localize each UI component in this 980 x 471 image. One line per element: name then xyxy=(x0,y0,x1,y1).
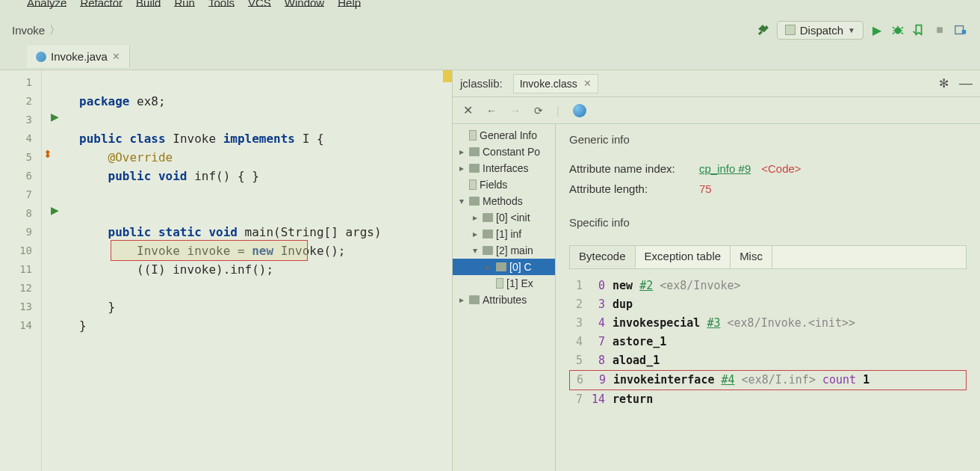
tree-row[interactable]: [1] Ex xyxy=(453,275,555,292)
run-config-icon xyxy=(785,25,796,35)
run-coverage-icon[interactable] xyxy=(911,22,926,37)
tree-row[interactable]: [2] main xyxy=(453,242,555,259)
tree-label: [1] Ex xyxy=(506,277,533,289)
folder-icon xyxy=(483,230,493,238)
tree-label: [1] inf xyxy=(496,228,521,240)
code-editor[interactable]: 1 2 3 4 5 6 7 8 9 10 11 12 13 14 ▶ ⬍ ▶ p… xyxy=(0,70,453,471)
tree-row[interactable]: Methods xyxy=(453,193,555,209)
folder-icon xyxy=(469,197,480,206)
constant-link[interactable]: #4 xyxy=(722,373,735,387)
menu-window[interactable]: Window xyxy=(285,0,324,7)
constant-link[interactable]: #2 xyxy=(639,279,653,292)
tree-row[interactable]: [1] inf xyxy=(453,226,555,242)
tree-row[interactable]: Attributes xyxy=(453,292,555,308)
tree-row[interactable]: Interfaces xyxy=(453,160,555,176)
tab-exception-table[interactable]: Exception table xyxy=(636,246,731,268)
constant-link[interactable]: #3 xyxy=(707,316,720,330)
section-title: Generic info xyxy=(569,133,967,146)
caret-icon[interactable] xyxy=(471,229,480,239)
layout-settings-icon[interactable] xyxy=(953,22,968,37)
section-title: Specific info xyxy=(569,216,967,229)
build-icon[interactable] xyxy=(756,22,771,37)
breadcrumb[interactable]: Invoke 〉 xyxy=(12,23,61,37)
editor-tabstrip: Invoke.java ✕ xyxy=(0,43,980,70)
attr-length-label: Attribute length: xyxy=(569,182,689,195)
tree-label: Fields xyxy=(480,179,507,191)
svg-rect-2 xyxy=(962,30,966,34)
menu-vcs[interactable]: VCS xyxy=(248,0,271,7)
minimize-icon[interactable]: — xyxy=(959,76,973,91)
editor-tab-label: Invoke.java xyxy=(51,50,108,63)
tree-label: General Info xyxy=(480,129,537,141)
tree-label: Interfaces xyxy=(483,162,528,174)
close-icon[interactable]: ✕ xyxy=(112,51,120,62)
editor-tab-invoke[interactable]: Invoke.java ✕ xyxy=(27,46,130,67)
menu-help[interactable]: Help xyxy=(338,0,361,7)
caret-icon[interactable] xyxy=(457,147,466,157)
folder-icon xyxy=(483,213,493,222)
menu-analyze[interactable]: Analyze xyxy=(27,0,66,7)
panel-title: jclasslib: xyxy=(460,77,503,90)
bytecode-row: 714return xyxy=(569,390,967,409)
file-icon xyxy=(469,130,477,141)
tree-row[interactable]: [0] C xyxy=(453,259,555,275)
bytecode-list: 10new #2 <ex8/Invoke>23dup34invokespecia… xyxy=(569,277,967,409)
tree-row[interactable]: Fields xyxy=(453,176,555,193)
close-icon[interactable]: ✕ xyxy=(583,78,592,89)
tree-label: [0] <init xyxy=(496,212,530,224)
bytecode-row: 58aload_1 xyxy=(569,351,967,370)
tree-label: Methods xyxy=(483,195,523,207)
tree-label: Attributes xyxy=(483,294,527,306)
chevron-right-icon: 〉 xyxy=(49,23,61,37)
folder-icon xyxy=(496,262,506,271)
folder-icon xyxy=(469,295,480,304)
gear-icon[interactable]: ✻ xyxy=(939,76,949,90)
panel-toolbar: ✕ ← → ⟳ | xyxy=(453,97,980,124)
tree-row[interactable]: [0] <init xyxy=(453,209,555,226)
attr-length-value: 75 xyxy=(699,182,712,195)
stop-icon[interactable]: ■ xyxy=(932,22,947,37)
run-config-selector[interactable]: Dispatch ▼ xyxy=(777,21,863,40)
attr-name-tag: <Code> xyxy=(761,162,801,175)
run-icon[interactable]: ▶ xyxy=(869,22,884,37)
back-icon[interactable]: ← xyxy=(486,105,497,117)
run-config-label: Dispatch xyxy=(800,24,843,37)
caret-icon[interactable] xyxy=(471,245,480,256)
bytecode-row: 47astore_1 xyxy=(569,333,967,351)
bytecode-row: 23dup xyxy=(569,295,967,314)
structure-tree[interactable]: General InfoConstant PoInterfacesFieldsM… xyxy=(453,124,556,471)
caret-icon[interactable] xyxy=(471,212,480,223)
debug-icon[interactable] xyxy=(890,22,905,37)
close-icon[interactable]: ✕ xyxy=(463,103,473,117)
refresh-icon[interactable]: ⟳ xyxy=(534,105,543,117)
folder-icon xyxy=(483,246,493,255)
tree-label: Constant Po xyxy=(483,146,540,158)
chevron-down-icon: ▼ xyxy=(848,26,855,34)
jclasslib-panel: jclasslib: Invoke.class ✕ ✻ — ✕ ← → ⟳ | … xyxy=(453,70,980,471)
globe-icon[interactable] xyxy=(573,104,586,117)
tree-row[interactable]: Constant Po xyxy=(453,144,555,160)
breadcrumb-item[interactable]: Invoke xyxy=(12,24,45,37)
forward-icon[interactable]: → xyxy=(510,105,521,117)
tab-bytecode[interactable]: Bytecode xyxy=(570,246,636,268)
tree-label: [0] C xyxy=(509,261,532,273)
menu-tools[interactable]: Tools xyxy=(208,0,235,7)
panel-tab-invoke-class[interactable]: Invoke.class ✕ xyxy=(513,74,598,93)
tree-row[interactable]: General Info xyxy=(453,127,555,144)
bytecode-row: 34invokespecial #3 <ex8/Invoke.<init>> xyxy=(569,314,967,333)
gutter: 1 2 3 4 5 6 7 8 9 10 11 12 13 14 xyxy=(0,70,42,471)
bytecode-row: 69invokeinterface #4 <ex8/I.inf> count 1 xyxy=(569,370,967,390)
menu-build[interactable]: Build xyxy=(136,0,161,7)
main-menu: Analyze Refactor Build Run Tools VCS Win… xyxy=(0,0,980,12)
navigation-bar: Invoke 〉 Dispatch ▼ ▶ ■ xyxy=(0,16,980,43)
code-area[interactable]: package ex8; public class Invoke impleme… xyxy=(42,70,452,471)
menu-run[interactable]: Run xyxy=(174,0,195,7)
caret-icon[interactable] xyxy=(457,196,466,206)
file-icon xyxy=(469,179,477,190)
caret-icon[interactable] xyxy=(484,262,493,272)
caret-icon[interactable] xyxy=(457,295,466,305)
tab-misc[interactable]: Misc xyxy=(731,246,772,268)
caret-icon[interactable] xyxy=(457,163,466,173)
attr-name-link[interactable]: cp_info #9 xyxy=(699,162,751,175)
menu-refactor[interactable]: Refactor xyxy=(80,0,122,7)
